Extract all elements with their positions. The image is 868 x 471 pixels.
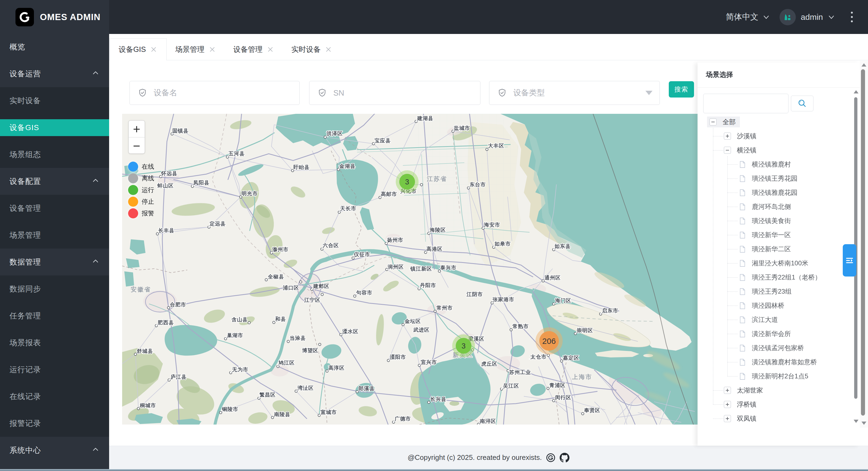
tree-node-璜泾王秀22组1（老桥）[interactable]: 璜泾王秀22组1（老桥） xyxy=(698,270,860,285)
tree-node-潢泾镇雅鹿村靠如意桥[interactable]: 潢泾镇雅鹿村靠如意桥 xyxy=(698,355,860,369)
tab-close-icon[interactable] xyxy=(150,46,157,53)
tab-设备GIS[interactable]: 设备GIS xyxy=(110,38,167,60)
tree-node-全部[interactable]: 全部 xyxy=(698,115,860,129)
tree-node-content[interactable]: 浮桥镇 xyxy=(721,399,761,410)
tree-node-浮桥镇[interactable]: 浮桥镇 xyxy=(698,398,860,412)
sidebar-link[interactable]: 设备管理 xyxy=(0,200,109,217)
tree-node-content[interactable]: 璜泾新华二区 xyxy=(737,244,795,255)
map-cluster-206[interactable]: 206 xyxy=(535,327,563,354)
sidebar-link[interactable]: 在线记录 xyxy=(0,388,109,405)
tree-node-鹿河环岛北侧[interactable]: 鹿河环岛北侧 xyxy=(698,200,860,214)
tree-node-content[interactable]: 湘里泾大桥南100米 xyxy=(737,258,813,269)
sidebar-item-设备管理: 设备管理 xyxy=(0,195,109,222)
tab-场景管理[interactable]: 场景管理 xyxy=(167,38,225,60)
tree-node-content[interactable]: 潢泾镇孟河包家桥 xyxy=(737,343,808,353)
tab-close-icon[interactable] xyxy=(209,46,216,53)
tab-close-icon[interactable] xyxy=(267,46,274,53)
tree-node-content[interactable]: 潢泾新华会所 xyxy=(737,328,795,339)
zoom-out-button[interactable]: − xyxy=(129,138,145,154)
sn-input[interactable]: SN xyxy=(309,81,480,105)
expand-box-icon[interactable] xyxy=(724,387,731,394)
tree-node-潢泾新华会所[interactable]: 潢泾新华会所 xyxy=(698,327,860,341)
tree-node-横泾镇[interactable]: 横泾镇 xyxy=(698,143,860,157)
sidebar-link[interactable]: 场景管理 xyxy=(0,227,109,244)
expand-box-icon[interactable] xyxy=(724,401,731,408)
tree-node-content[interactable]: 璜泾镇美食街 xyxy=(737,215,795,226)
tree-node-横泾镇雅鹿村[interactable]: 横泾镇雅鹿村 xyxy=(698,157,860,171)
zoom-in-button[interactable]: + xyxy=(129,121,145,137)
tree-node-content[interactable]: 璜泾新华一区 xyxy=(737,230,795,240)
collapse-box-icon[interactable] xyxy=(710,118,717,125)
sidebar-link[interactable]: 数据同步 xyxy=(0,281,109,297)
gitee-icon[interactable] xyxy=(546,453,555,462)
map-label-泰兴市: 泰兴市 xyxy=(440,265,457,270)
map-cluster-3[interactable]: 3 xyxy=(452,334,475,357)
sidebar-link[interactable]: 数据管理 xyxy=(0,254,109,270)
tree-node-沙溪镇[interactable]: 沙溪镇 xyxy=(698,129,860,143)
tree-node-content[interactable]: 沙溪镇 xyxy=(721,131,761,142)
map-cluster-3[interactable]: 3 xyxy=(396,170,418,193)
tree-node-璜泾新华一区[interactable]: 璜泾新华一区 xyxy=(698,228,860,242)
tree-node-content[interactable]: 太湖世家 xyxy=(721,385,767,396)
user-menu[interactable]: admin xyxy=(779,9,835,25)
tree-node-双凤镇[interactable]: 双凤镇 xyxy=(698,412,860,425)
tab-设备管理[interactable]: 设备管理 xyxy=(225,38,283,60)
document-icon xyxy=(739,161,746,168)
sidebar-link[interactable]: 场景报表 xyxy=(0,334,109,351)
tree-node-璜泾镇王秀花园[interactable]: 璜泾镇王秀花园 xyxy=(698,171,860,185)
sidebar-link[interactable]: 运行记录 xyxy=(0,361,109,378)
tab-close-icon[interactable] xyxy=(324,46,332,53)
tree-node-content[interactable]: 潢泾镇雅鹿村靠如意桥 xyxy=(737,357,821,367)
more-menu-icon[interactable] xyxy=(846,9,857,25)
sidebar-link[interactable]: 概览 xyxy=(0,38,109,55)
tree-node-滨江大道[interactable]: 滨江大道 xyxy=(698,313,860,327)
tree-node-content[interactable]: 横泾镇雅鹿村 xyxy=(737,159,795,170)
sidebar-link[interactable]: 报警记录 xyxy=(0,415,109,432)
tree-node-content[interactable]: 璜泾镇王秀花园 xyxy=(737,173,802,184)
tree-node-璜泾新明村2台1点5[interactable]: 璜泾新明村2台1点5 xyxy=(698,369,860,383)
map-label-镇江新区: 镇江新区 xyxy=(410,266,432,272)
map-town-dot xyxy=(477,423,480,425)
github-icon[interactable] xyxy=(560,453,569,463)
tree-node-content[interactable]: 璜泾王秀23组 xyxy=(737,286,796,297)
tree-node-璜泾新华二区[interactable]: 璜泾新华二区 xyxy=(698,242,860,256)
tree-node-湘里泾大桥南100米[interactable]: 湘里泾大桥南100米 xyxy=(698,256,860,270)
scene-search-button[interactable] xyxy=(791,96,813,111)
tree-node-content[interactable]: 双凤镇 xyxy=(721,413,761,424)
sidebar-link[interactable]: 设备配置 xyxy=(0,173,109,190)
device-type-select[interactable]: 设备类型 xyxy=(489,81,660,105)
page-scrollbar[interactable] xyxy=(860,61,868,428)
logo-row: OMES ADMIN xyxy=(0,0,109,34)
tree-node-太湖世家[interactable]: 太湖世家 xyxy=(698,383,860,398)
panel-collapse-button[interactable] xyxy=(843,244,856,276)
tree-node-璜泾园林桥[interactable]: 璜泾园林桥 xyxy=(698,298,860,313)
tree-node-璜泾镇雅鹿花园[interactable]: 璜泾镇雅鹿花园 xyxy=(698,185,860,200)
tree-node-content[interactable]: 璜泾新明村2台1点5 xyxy=(737,371,813,382)
sidebar-link[interactable]: 设备GIS xyxy=(0,119,109,136)
tree-node-content[interactable]: 璜泾园林桥 xyxy=(737,300,789,311)
tree-node-content[interactable]: 鹿河环岛北侧 xyxy=(737,201,795,212)
tree-node-潢泾镇孟河包家桥[interactable]: 潢泾镇孟河包家桥 xyxy=(698,341,860,355)
tree-node-content[interactable]: 横泾镇 xyxy=(721,145,761,156)
sidebar-link[interactable]: 实时设备 xyxy=(0,92,109,109)
tree-node-content[interactable]: 璜泾王秀22组1（老桥） xyxy=(737,272,826,283)
expand-box-icon[interactable] xyxy=(724,133,731,140)
tree-node-content[interactable]: 滨江大道 xyxy=(737,314,782,325)
expand-box-icon[interactable] xyxy=(724,415,731,422)
language-selector[interactable]: 简体中文 xyxy=(726,11,770,23)
device-name-input[interactable]: 设备名 xyxy=(129,81,300,105)
sidebar-link[interactable]: 系统中心 xyxy=(0,442,109,459)
tree-node-content[interactable]: 璜泾镇雅鹿花园 xyxy=(737,187,802,198)
sidebar-link[interactable]: 任务管理 xyxy=(0,307,109,324)
tree-node-content[interactable]: 全部 xyxy=(707,117,740,127)
tree-node-label: 双凤镇 xyxy=(737,414,756,423)
tree-node-璜泾镇美食街[interactable]: 璜泾镇美食街 xyxy=(698,214,860,228)
gis-map[interactable]: 固镇县洪泽区宝应县五河县盱眙县金湖县怀远县凤阳县蚌山区明光市高邮市天长市定远县长… xyxy=(122,114,698,424)
scene-search-input[interactable] xyxy=(703,94,788,113)
search-button[interactable]: 搜索 xyxy=(669,81,694,97)
tab-实时设备[interactable]: 实时设备 xyxy=(283,38,341,60)
sidebar-link[interactable]: 场景组态 xyxy=(0,146,109,163)
tree-node-璜泾王秀23组[interactable]: 璜泾王秀23组 xyxy=(698,285,860,298)
sidebar-link[interactable]: 设备运营 xyxy=(0,65,109,82)
collapse-box-icon[interactable] xyxy=(724,147,731,154)
